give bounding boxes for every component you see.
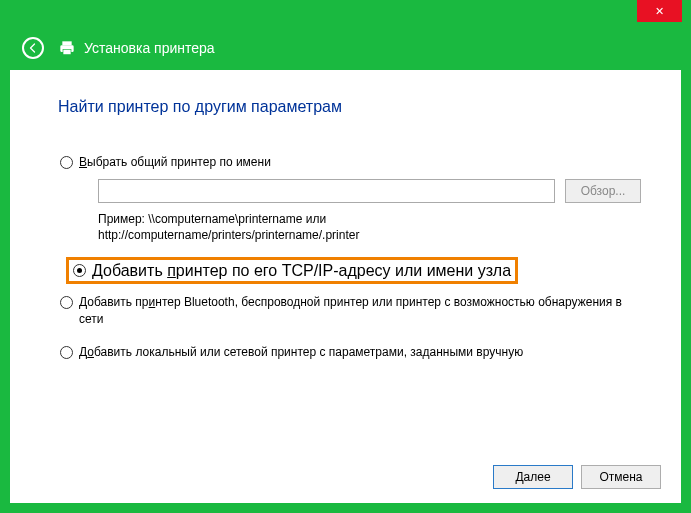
browse-button: Обзор... <box>565 179 641 203</box>
printer-icon <box>58 40 76 56</box>
footer-buttons: Далее Отмена <box>493 465 661 489</box>
option-local-manual[interactable]: Добавить локальный или сетевой принтер с… <box>60 344 641 361</box>
option-label: Добавить принтер по его TCP/IP-адресу ил… <box>92 262 511 279</box>
arrow-left-icon <box>27 42 39 54</box>
option-bluetooth-wireless[interactable]: Добавить принтер Bluetooth, беспроводной… <box>60 294 641 328</box>
content-area: Найти принтер по другим параметрам Выбра… <box>10 70 681 503</box>
printer-name-input[interactable] <box>98 179 555 203</box>
name-input-row: Обзор... <box>98 179 641 203</box>
option-label: Выбрать общий принтер по имени <box>79 154 271 171</box>
titlebar: ✕ <box>0 0 691 28</box>
wizard-title: Установка принтера <box>84 40 215 56</box>
option-tcpip-highlighted[interactable]: Добавить принтер по его TCP/IP-адресу ил… <box>66 257 518 284</box>
svg-rect-2 <box>63 49 71 54</box>
option-shared-by-name[interactable]: Выбрать общий принтер по имени <box>60 154 641 171</box>
close-icon: ✕ <box>655 5 664 18</box>
close-button[interactable]: ✕ <box>637 0 682 22</box>
example-text: Пример: \\computername\printername или h… <box>98 211 641 243</box>
next-button[interactable]: Далее <box>493 465 573 489</box>
page-heading: Найти принтер по другим параметрам <box>58 98 641 116</box>
options-group: Выбрать общий принтер по имени Обзор... … <box>60 154 641 361</box>
back-button[interactable] <box>22 37 44 59</box>
radio-shared-by-name[interactable] <box>60 156 73 169</box>
option-label: Добавить принтер Bluetooth, беспроводной… <box>79 294 641 328</box>
svg-rect-0 <box>62 41 71 45</box>
radio-bluetooth[interactable] <box>60 296 73 309</box>
wizard-header: Установка принтера <box>0 28 691 68</box>
radio-local-manual[interactable] <box>60 346 73 359</box>
radio-tcpip[interactable] <box>73 264 86 277</box>
option-label: Добавить локальный или сетевой принтер с… <box>79 344 523 361</box>
cancel-button[interactable]: Отмена <box>581 465 661 489</box>
